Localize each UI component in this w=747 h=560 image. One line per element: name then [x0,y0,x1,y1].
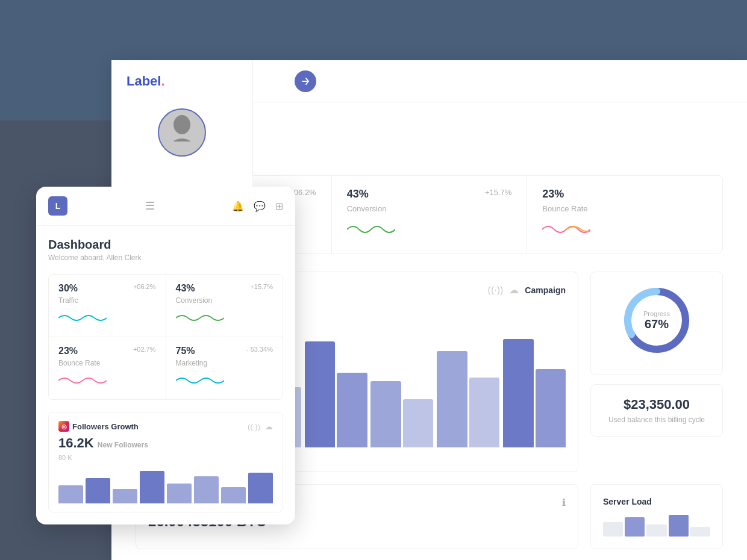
donut-center: Progress 67% [643,310,670,331]
bar-pair-3 [305,341,367,447]
mobile-stat-top-marketing: 75% - 53.34% [176,346,273,356]
progress-card: Progress 67% [590,272,723,375]
bell-icon[interactable]: 🔔 [232,201,244,212]
server-bar [690,527,710,537]
bar [536,369,566,447]
mobile-instagram-icon: ◎ [58,421,69,432]
mobile-traffic-wave [58,311,107,326]
mobile-logo: L [48,196,67,216]
server-bars [603,512,710,537]
mobile-stat-bounce: 23% +02.7% Bounce Rate [49,337,166,399]
server-bar [625,517,645,537]
avatar-area [111,102,252,163]
mobile-conversion-label: Conversion [176,296,273,305]
chat-icon[interactable]: 💬 [254,201,266,212]
bar [403,399,433,447]
sidebar-back-panel: Label. [111,60,253,187]
server-load-title: Server Load [603,497,710,506]
bar [337,373,367,447]
mini-bar [194,476,219,503]
bar-pair-6 [503,339,566,447]
progress-label: Progress [643,310,670,317]
svg-rect-5 [164,142,200,154]
server-bar [603,522,623,537]
mobile-cloud-icon[interactable]: ☁ [265,422,273,431]
stat-card-bounce: 23% Bounce Rate [527,176,722,253]
bounce-wave [542,220,590,238]
bar [469,378,499,447]
hamburger-icon[interactable]: ☰ [145,199,155,213]
avatar [158,108,206,157]
stat-card-conversion: 43% +15.7% Conversion [332,176,528,253]
bar [437,351,467,447]
billing-card: $23,350.00 Used balance this billing cyc… [590,384,723,437]
avatar-image [164,111,200,154]
mobile-marketing-pct: 75% [176,346,195,356]
bar-pair-4 [370,381,433,447]
mobile-traffic-change: +06.2% [133,283,156,294]
mobile-marketing-label: Marketing [176,359,273,367]
stat-top-conversion: 43% +15.7% [347,188,512,201]
conversion-percent: 43% [347,188,369,201]
mobile-stats-grid: 30% +06.2% Traffic 43% +15.7% Conversion [48,274,283,400]
logo-text: Label [127,73,161,89]
logo-dot: . [161,73,164,89]
mobile-followers-section: ◎ Followers Growth ((·)) ☁ 16.2K New Fol… [48,412,283,512]
mobile-followers-count: 16.2K New Followers [58,435,273,451]
mobile-bounce-wave [58,373,107,388]
mobile-card: L ☰ 🔔 💬 ⊞ Dashboard Welcome aboard, Alle… [36,187,295,524]
mobile-header: L ☰ 🔔 💬 ⊞ [36,187,295,226]
server-load-card: Server Load [590,484,723,549]
bounce-percent: 23% [542,188,564,201]
mobile-marketing-change: - 53.34% [246,346,273,356]
mobile-bounce-pct: 23% [58,346,78,356]
followers-actions[interactable]: ((·)) ☁ Campaign [488,284,566,296]
mobile-stat-marketing: 75% - 53.34% Marketing [166,337,283,399]
progress-value: 67% [643,317,670,331]
mobile-wifi-icon[interactable]: ((·)) [248,422,260,431]
mobile-followers-icons[interactable]: ((·)) ☁ [248,422,273,431]
server-bar [646,524,666,537]
mobile-conversion-pct: 43% [176,283,195,294]
mobile-bar-chart [58,467,273,503]
search-button[interactable] [295,70,316,92]
info-icon: ℹ [562,497,566,508]
mini-bar [58,485,83,503]
grid-icon[interactable]: ⊞ [275,201,283,212]
stat-top-bounce: 23% [542,188,707,201]
bar-pair-5 [437,351,499,447]
conversion-change: +15.7% [485,188,511,197]
cloud-icon[interactable]: ☁ [509,284,519,296]
conversion-wave [347,220,395,238]
mobile-subtitle: Welcome aboard, Allen Clerk [48,254,283,262]
right-panel: Progress 67% $23,350.00 Used balance thi… [590,272,723,472]
server-bar [669,515,689,537]
mobile-stat-top-bounce: 23% +02.7% [58,346,156,356]
bounce-label: Bounce Rate [542,204,707,213]
mobile-bounce-change: +02.7% [133,346,156,356]
mobile-marketing-wave [176,373,224,388]
campaign-label: Campaign [525,285,566,295]
mobile-followers-header: ◎ Followers Growth ((·)) ☁ [58,421,273,432]
mini-bar [113,489,137,503]
mobile-nav-icons: 🔔 💬 ⊞ [232,201,283,212]
mobile-stat-traffic: 30% +06.2% Traffic [49,275,166,337]
mobile-stat-top-conversion: 43% +15.7% [176,283,273,294]
mini-bar [140,471,164,503]
mini-bar [248,473,273,503]
billing-amount: $23,350.00 [603,397,710,412]
mobile-chart-label: 80 K [58,454,273,461]
mini-bar [86,478,110,503]
sidebar-logo-area: Label. [111,60,252,102]
wifi-icon[interactable]: ((·)) [488,285,504,296]
mobile-traffic-label: Traffic [58,296,156,305]
mobile-followers-title: ◎ Followers Growth [58,421,139,432]
mobile-conversion-change: +15.7% [250,283,273,294]
mobile-stat-top-traffic: 30% +06.2% [58,283,156,294]
mobile-traffic-pct: 30% [58,283,78,294]
conversion-label: Conversion [347,204,512,213]
bar [503,339,533,447]
mobile-conversion-wave [176,311,224,326]
billing-description: Used balance this billing cycle [603,415,710,424]
mini-bar [167,484,192,503]
